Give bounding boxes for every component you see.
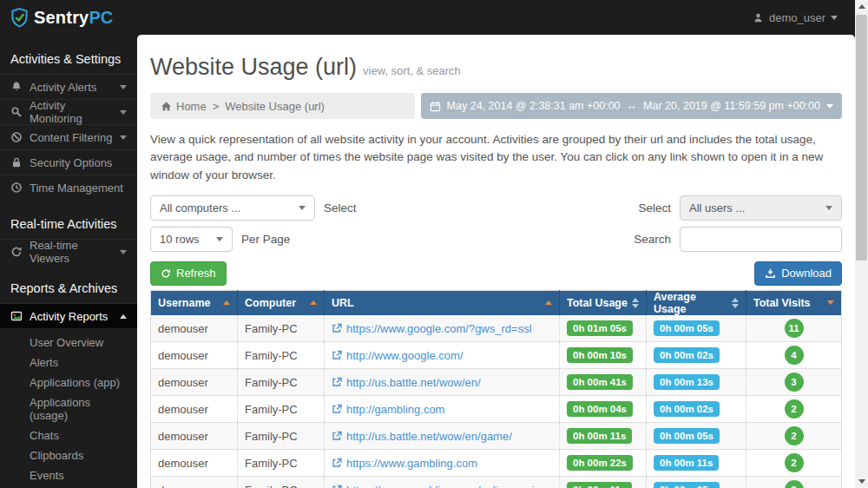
cell-url: https://www.gambling.com [325, 450, 560, 477]
url-link[interactable]: https://www.google.com/?gws_rd=ssl [346, 322, 532, 335]
cell-computer: Family-PC [238, 450, 325, 477]
refresh-button[interactable]: Refresh [150, 261, 227, 286]
filters-right-column: Select All users ... Search [634, 195, 842, 258]
sort-both-icon [632, 298, 639, 308]
table-row: demouser Family-PC https://www.google.co… [151, 315, 842, 342]
sidebar-item-activity-reports[interactable]: Activity Reports [0, 303, 137, 328]
users-select[interactable]: All users ... [680, 195, 842, 221]
search-icon [10, 106, 23, 118]
refresh-button-label: Refresh [176, 267, 216, 280]
download-icon [765, 267, 776, 279]
sort-asc-icon [223, 300, 230, 305]
search-label: Search [634, 233, 671, 246]
col-header-total-usage[interactable]: Total Usage [560, 290, 647, 315]
col-header-username[interactable]: Username [151, 290, 238, 315]
total-visits-badge: 4 [785, 346, 804, 365]
sort-asc-icon [545, 300, 552, 305]
users-select-label: Select [638, 201, 671, 214]
col-header-average-usage[interactable]: Average Usage [647, 290, 746, 315]
chevron-down-icon [831, 16, 838, 20]
sidebar-item-activity-monitoring[interactable]: Activity Monitoring [0, 99, 137, 124]
scroll-up-icon [858, 4, 865, 9]
col-label: Username [158, 297, 210, 309]
page-scrollbar[interactable] [855, 0, 868, 488]
submenu-item-applications-usage[interactable]: Applications (usage) [0, 392, 137, 425]
url-link[interactable]: http://us.battle.net/wow/en/ [346, 376, 481, 389]
sidebar-item-security-options[interactable]: Security Options [0, 149, 137, 175]
table-row: demouser Family-PC https://www.gambling.… [151, 450, 842, 477]
cell-average-usage: 0h 00m 11s [647, 450, 746, 477]
total-usage-badge: 0h 00m 11s [567, 482, 632, 488]
breadcrumb-current: Website Usage (url) [225, 100, 325, 113]
submenu-item-events[interactable]: Events [0, 465, 137, 485]
total-usage-badge: 0h 00m 22s [567, 455, 633, 471]
scrollbar-up-button[interactable] [855, 0, 868, 13]
total-visits-badge: 2 [785, 426, 804, 445]
url-link[interactable]: https://www.gambling.com/online-casinos [346, 484, 553, 488]
cell-average-usage: 0h 00m 13s [647, 369, 746, 396]
submenu-item-clipboards[interactable]: Clipboards [0, 445, 137, 465]
cell-computer: Family-PC [238, 477, 325, 488]
total-visits-badge: 11 [785, 319, 804, 338]
sidebar: SentryPC Activities & Settings Activity … [0, 0, 137, 488]
cell-username: demouser [151, 423, 238, 450]
url-link[interactable]: http://gambling.com [346, 403, 444, 416]
users-select-value: All users ... [689, 201, 745, 214]
submenu-item-alerts[interactable]: Alerts [0, 353, 137, 373]
sort-both-icon [732, 298, 739, 308]
date-range-picker[interactable]: May 24, 2014 @ 2:38:31 am +00:00 ↔ Mar 2… [421, 93, 842, 119]
url-link[interactable]: https://www.gambling.com [346, 457, 477, 470]
download-button[interactable]: Download [754, 261, 842, 286]
brand-logo[interactable]: SentryPC [0, 0, 137, 35]
sidebar-item-label: Time Management [30, 181, 127, 195]
submenu-item-user-overview[interactable]: User Overview [0, 333, 137, 353]
total-usage-badge: 0h 00m 04s [567, 401, 633, 417]
col-header-url[interactable]: URL [325, 290, 560, 315]
computers-select[interactable]: All computers ... [150, 195, 315, 221]
col-header-computer[interactable]: Computer [238, 290, 325, 315]
clock-icon [10, 181, 23, 194]
lock-icon [10, 156, 23, 168]
cell-url: http://us.battle.net/wow/en/ [325, 369, 560, 396]
scrollbar-thumb[interactable] [856, 15, 867, 260]
cell-username: demouser [151, 396, 238, 423]
breadcrumb-separator: > [213, 100, 220, 113]
submenu-item-chats[interactable]: Chats [0, 425, 137, 445]
brand-name: SentryPC [34, 8, 113, 28]
brand-name-secondary: PC [89, 8, 113, 27]
cell-total-usage: 0h 00m 04s [560, 396, 647, 423]
col-header-total-visits[interactable]: Total Visits [746, 290, 842, 315]
col-label: URL [332, 297, 354, 309]
user-icon [753, 12, 764, 23]
search-input[interactable] [680, 227, 842, 252]
user-menu[interactable]: demo_user [753, 0, 838, 35]
chevron-down-icon [120, 85, 127, 89]
rows-per-page-label: Per Page [241, 233, 290, 246]
cell-average-usage: 0h 00m 05s [647, 423, 746, 450]
rows-per-page-select[interactable]: 10 rows [150, 227, 233, 252]
page-description: View a quick representation of all websi… [150, 131, 842, 184]
table-row: demouser Family-PC http://gambling.com 0… [151, 396, 842, 423]
cell-total-visits: 11 [746, 315, 842, 342]
sidebar-item-time-management[interactable]: Time Management [0, 175, 137, 200]
submenu-item-applications-app[interactable]: Applications (app) [0, 373, 137, 392]
url-link[interactable]: http://us.battle.net/wow/en/game/ [346, 430, 512, 443]
scrollbar-down-button[interactable] [855, 475, 868, 488]
url-link[interactable]: http://www.google.com/ [346, 349, 463, 362]
cell-username: demouser [151, 450, 238, 477]
sort-asc-icon [310, 300, 317, 305]
average-usage-badge: 0h 00m 05s [654, 482, 720, 488]
buttons-row: Refresh Download [150, 261, 842, 286]
sidebar-item-realtime-viewers[interactable]: Real-time Viewers [0, 239, 137, 264]
sidebar-section-activities-settings: Activities & Settings [0, 35, 137, 74]
col-label: Total Visits [753, 297, 811, 309]
chevron-down-icon [120, 250, 127, 254]
cell-average-usage: 0h 00m 02s [647, 396, 746, 423]
cell-username: demouser [151, 342, 238, 369]
sidebar-item-activity-alerts[interactable]: Activity Alerts [0, 74, 137, 99]
breadcrumb-home-link[interactable]: Home [161, 100, 207, 113]
sidebar-item-content-filtering[interactable]: Content Filtering [0, 124, 137, 149]
date-range-to: Mar 20, 2019 @ 11:59:59 pm +00:00 [643, 100, 820, 112]
total-usage-badge: 0h 00m 10s [567, 347, 633, 363]
cell-average-usage: 0h 00m 02s [647, 342, 746, 369]
